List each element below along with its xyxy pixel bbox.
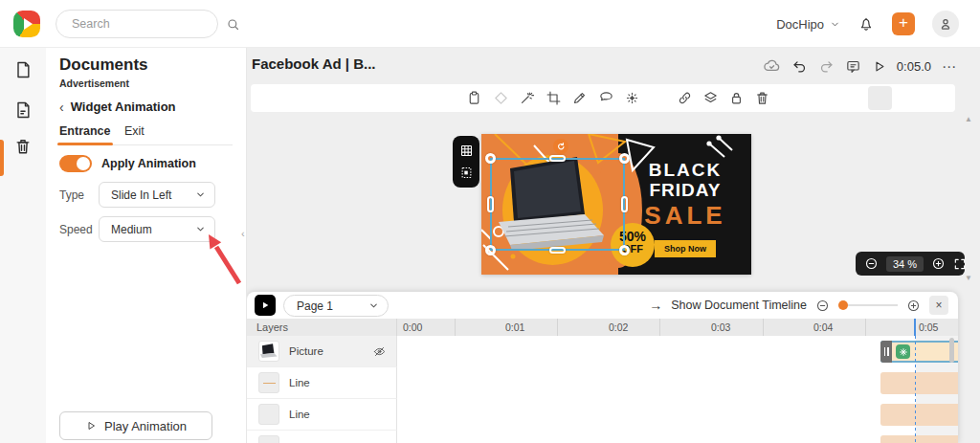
timeline-rows: Picture — [247, 336, 958, 443]
document-actions: 0:05.0 ⋯ — [763, 57, 957, 76]
eraser-icon[interactable] — [493, 90, 509, 106]
dochipo-logo-icon[interactable] — [13, 11, 40, 37]
undo-icon[interactable] — [791, 58, 808, 75]
grid-view-icon[interactable] — [459, 144, 474, 158]
create-new-button[interactable]: + — [892, 12, 915, 35]
animation-bar-picture[interactable] — [880, 341, 958, 363]
pencil-icon[interactable] — [571, 90, 588, 106]
clipboard-icon[interactable] — [466, 90, 482, 106]
top-bar: DocHipo + — [0, 0, 980, 48]
layer-row-partial — [247, 431, 958, 443]
timeline-zoom-out-icon[interactable] — [815, 299, 830, 313]
documents-panel: Documents Advertisement ‹ Widget Animati… — [46, 48, 247, 443]
search-input[interactable] — [72, 17, 226, 31]
fullscreen-icon[interactable] — [953, 257, 967, 271]
zoom-in-icon[interactable] — [931, 256, 946, 271]
page-selector[interactable]: Page 1 — [283, 295, 389, 317]
resize-handle-n[interactable] — [549, 155, 566, 162]
rotate-handle[interactable] — [553, 139, 568, 154]
comments-icon[interactable] — [845, 58, 861, 75]
selection-box[interactable] — [490, 158, 625, 251]
timeline-close-button[interactable]: × — [929, 296, 948, 315]
layer-item-picture[interactable]: Picture — [247, 336, 397, 367]
panel-collapse-handle[interactable]: ‹ — [241, 228, 245, 239]
more-options-icon[interactable]: ⋯ — [942, 58, 957, 76]
resize-handle-ne[interactable] — [619, 153, 630, 164]
timeline-zoom-in-icon[interactable] — [906, 299, 921, 313]
widget-animation-back[interactable]: ‹ Widget Animation — [59, 100, 176, 114]
crop-icon[interactable] — [546, 90, 562, 106]
scroll-down-icon[interactable]: ▼ — [965, 274, 972, 282]
tab-entrance[interactable]: Entrance — [59, 124, 111, 138]
entrance-keyframe-icon[interactable] — [896, 344, 910, 359]
play-glyph — [24, 18, 33, 30]
link-icon[interactable] — [677, 90, 693, 106]
canvas-zoom-control: 34 % — [856, 252, 965, 276]
notifications-bell-icon[interactable] — [858, 15, 875, 33]
type-select[interactable]: Slide In Left — [99, 182, 215, 208]
account-avatar[interactable] — [932, 11, 959, 37]
layer-item-line-2[interactable]: Line — [247, 399, 397, 431]
documents-icon[interactable] — [13, 100, 33, 120]
line-glyph — [263, 383, 276, 384]
apply-animation-toggle[interactable] — [59, 155, 92, 172]
search-box — [56, 10, 218, 38]
transparency-icon[interactable] — [651, 90, 667, 106]
speed-select[interactable]: Medium — [99, 216, 215, 242]
ad-canvas[interactable]: BLACK FRIDAY SALE Shop Now 50% OFF — [481, 134, 751, 275]
new-document-icon[interactable] — [13, 60, 33, 79]
resize-handle-sw[interactable] — [485, 245, 496, 255]
trash-icon[interactable] — [13, 137, 33, 156]
timeline-zoom-slider[interactable] — [838, 299, 898, 312]
callout-icon[interactable] — [598, 90, 614, 106]
eye-off-icon[interactable] — [372, 344, 387, 359]
ruler-tick — [865, 319, 866, 336]
account-menu[interactable]: DocHipo — [776, 17, 840, 32]
zoom-out-icon[interactable] — [864, 256, 879, 271]
preview-play-icon[interactable] — [872, 59, 886, 74]
timeline-panel: Page 1 → Show Document Timeline × Layers… — [247, 292, 958, 443]
timeline-ruler: Layers 0:00 0:01 0:02 0:03 0:04 0:05 — [247, 319, 958, 336]
timeline-play-button[interactable] — [255, 295, 276, 316]
layers-icon[interactable] — [702, 90, 719, 106]
playhead-marker[interactable] — [914, 319, 916, 336]
animation-bar-line-1[interactable] — [880, 372, 958, 394]
slider-thumb[interactable] — [838, 300, 848, 310]
plus-icon: + — [899, 13, 908, 32]
apply-animation-row: Apply Animation — [59, 155, 196, 172]
layer-label: Line — [289, 409, 396, 420]
layer-item-partial[interactable] — [247, 431, 397, 443]
lock-icon[interactable] — [728, 90, 745, 106]
layers-column-header: Layers — [247, 319, 397, 336]
bar-left-handle[interactable] — [880, 341, 892, 363]
active-tool-highlight — [868, 86, 892, 110]
topbar-right-group: DocHipo + — [776, 0, 980, 48]
resize-handle-e[interactable] — [621, 196, 628, 212]
animation-bar-partial[interactable] — [880, 435, 958, 443]
resize-handle-nw[interactable] — [485, 153, 496, 164]
effects-sparkle-icon[interactable] — [624, 90, 640, 106]
document-duration: 0:05.0 — [897, 59, 931, 74]
layer-item-line-1[interactable]: Line — [247, 367, 397, 399]
close-icon: × — [935, 299, 942, 312]
animation-bar-line-2[interactable] — [880, 404, 958, 426]
section-view-icon[interactable] — [459, 166, 474, 180]
playhead-line[interactable] — [915, 336, 916, 443]
ruler-label: 0:00 — [403, 321, 422, 333]
speed-label: Speed — [59, 223, 93, 236]
resize-handle-s[interactable] — [549, 247, 566, 254]
redo-icon[interactable] — [818, 58, 835, 75]
play-animation-button[interactable]: Play Animation — [59, 411, 212, 440]
resize-handle-se[interactable] — [619, 245, 630, 255]
tab-exit[interactable]: Exit — [124, 124, 145, 138]
ruler-label: 0:03 — [711, 321, 730, 333]
timeline-scrollbar-thumb[interactable] — [949, 338, 954, 363]
shop-now-button[interactable]: Shop Now — [655, 240, 716, 257]
show-document-timeline[interactable]: Show Document Timeline — [671, 299, 807, 312]
ruler-label: 0:02 — [609, 321, 628, 333]
magic-wand-icon[interactable] — [519, 90, 535, 106]
resize-handle-w[interactable] — [487, 196, 494, 212]
apply-animation-label: Apply Animation — [101, 157, 196, 170]
delete-icon[interactable] — [754, 90, 770, 106]
scroll-up-icon[interactable]: ▲ — [965, 115, 972, 123]
